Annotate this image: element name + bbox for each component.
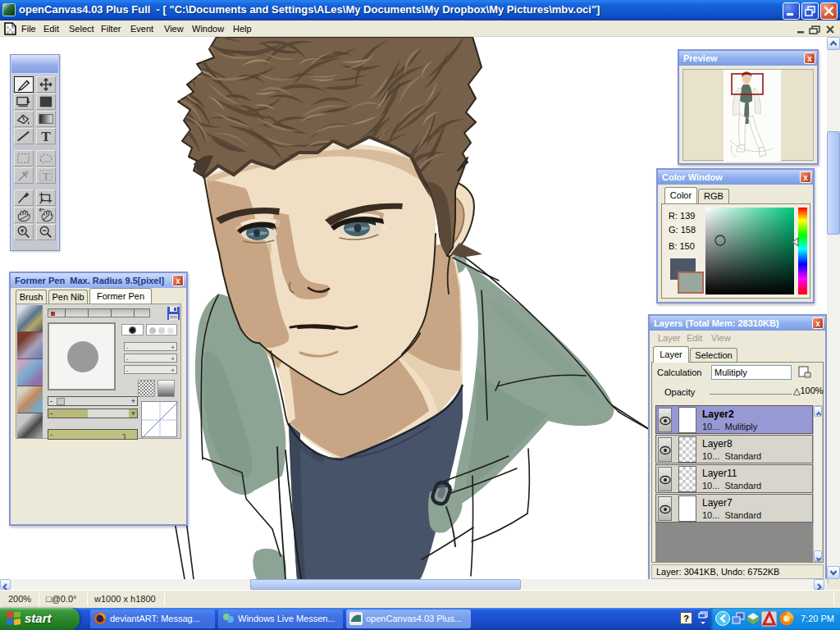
svg-text:T: T [41, 129, 51, 144]
